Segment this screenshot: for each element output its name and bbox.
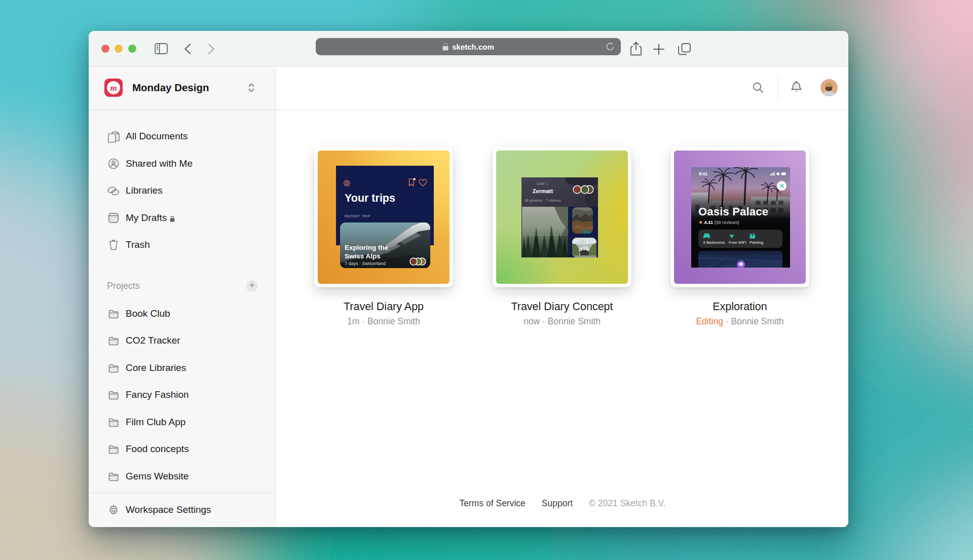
svg-text:m: m — [110, 83, 117, 93]
